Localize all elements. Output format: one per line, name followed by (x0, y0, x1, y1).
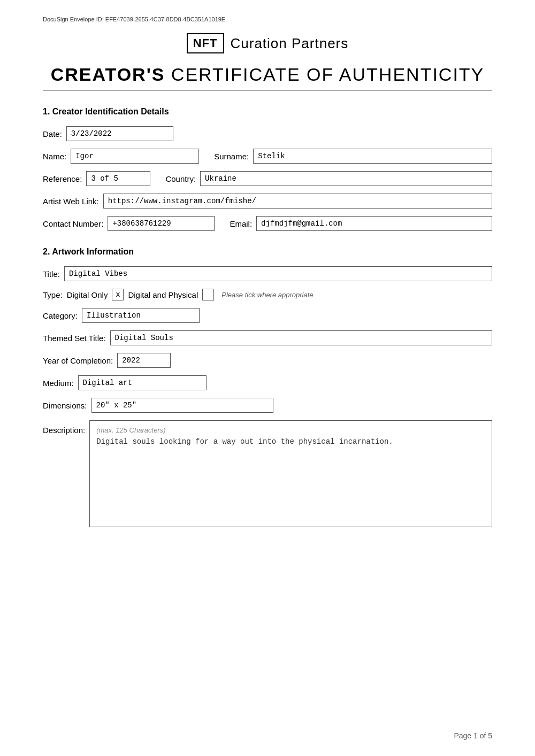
dimensions-label: Dimensions: (43, 401, 87, 410)
category-field[interactable]: Illustration (82, 308, 200, 323)
description-row: Description: (max. 125 Characters) Digit… (43, 420, 492, 527)
artwork-title-label: Title: (43, 269, 60, 279)
surname-label: Surname: (214, 152, 249, 161)
contact-label: Contact Number: (43, 219, 103, 228)
year-label: Year of Completion: (43, 356, 113, 365)
company-name: Curation Partners (231, 35, 349, 52)
page-container: DocuSign Envelope ID: EFE47039-2655-4C37… (0, 0, 535, 756)
artwork-title-row: Title: Digital Vibes (43, 266, 492, 281)
year-field[interactable]: 2022 (117, 353, 171, 368)
name-row: Name: Igor Surname: Stelik (43, 149, 492, 164)
contact-row: Contact Number: +380638761229 Email: djf… (43, 216, 492, 231)
weblink-field[interactable]: https://www.instagram.com/fmishe/ (103, 194, 492, 209)
page-footer: Page 1 of 5 (454, 731, 492, 740)
page-title-rest: CERTIFICATE OF AUTHENTICITY (165, 64, 484, 84)
date-field[interactable]: 3/23/2022 (66, 126, 173, 141)
name-field[interactable]: Igor (71, 149, 199, 164)
description-label: Description: (43, 426, 85, 435)
themed-set-row: Themed Set Title: Digital Souls (43, 330, 492, 345)
dimensions-row: Dimensions: 20" x 25" (43, 398, 492, 413)
medium-label: Medium: (43, 379, 74, 388)
docusign-header: DocuSign Envelope ID: EFE47039-2655-4C37… (43, 16, 492, 22)
themed-set-label: Themed Set Title: (43, 334, 106, 343)
section1-title: 1. Creator Identification Details (43, 107, 492, 117)
dimensions-field[interactable]: 20" x 25" (91, 398, 273, 413)
description-hint: (max. 125 Characters) (96, 426, 485, 434)
email-field[interactable]: djfmdjfm@gmail.com (256, 216, 492, 231)
name-label: Name: (43, 152, 66, 161)
reference-row: Reference: 3 of 5 Country: Ukraine (43, 171, 492, 186)
themed-set-field[interactable]: Digital Souls (110, 330, 492, 345)
email-label: Email: (230, 219, 252, 228)
nft-logo-box: NFT (187, 33, 224, 53)
description-field[interactable]: (max. 125 Characters) Digital souls look… (89, 420, 492, 527)
page-title: CREATOR'S CERTIFICATE OF AUTHENTICITY (43, 64, 492, 85)
category-row: Category: Illustration (43, 308, 492, 323)
country-label: Country: (165, 174, 196, 183)
section2-title: 2. Artwork Information (43, 247, 492, 257)
title-divider (43, 90, 492, 91)
reference-label: Reference: (43, 174, 82, 183)
weblink-row: Artist Web Link: https://www.instagram.c… (43, 194, 492, 209)
digital-only-label: Digital Only (67, 290, 108, 299)
contact-field[interactable]: +380638761229 (108, 216, 215, 231)
medium-row: Medium: Digital art (43, 375, 492, 390)
type-row: Type: Digital Only x Digital and Physica… (43, 289, 492, 300)
section2: 2. Artwork Information Title: Digital Vi… (43, 247, 492, 527)
digital-physical-label: Digital and Physical (128, 290, 198, 299)
digital-physical-checkbox[interactable] (202, 289, 214, 300)
date-row: Date: 3/23/2022 (43, 126, 492, 141)
type-note: Please tick where appropriate (221, 291, 313, 299)
surname-field[interactable]: Stelik (253, 149, 492, 164)
artwork-title-field[interactable]: Digital Vibes (64, 266, 492, 281)
page-title-bold: CREATOR'S (51, 64, 165, 84)
digital-only-checkbox[interactable]: x (112, 289, 124, 300)
medium-field[interactable]: Digital art (78, 375, 207, 390)
year-row: Year of Completion: 2022 (43, 353, 492, 368)
section1: 1. Creator Identification Details Date: … (43, 107, 492, 231)
country-field[interactable]: Ukraine (200, 171, 492, 186)
weblink-label: Artist Web Link: (43, 197, 99, 206)
reference-field[interactable]: 3 of 5 (86, 171, 150, 186)
category-label: Category: (43, 311, 78, 320)
description-text: Digital souls looking for a way out into… (96, 437, 485, 446)
date-label: Date: (43, 129, 62, 138)
logo-section: NFT Curation Partners (43, 33, 492, 53)
type-label: Type: (43, 290, 63, 299)
